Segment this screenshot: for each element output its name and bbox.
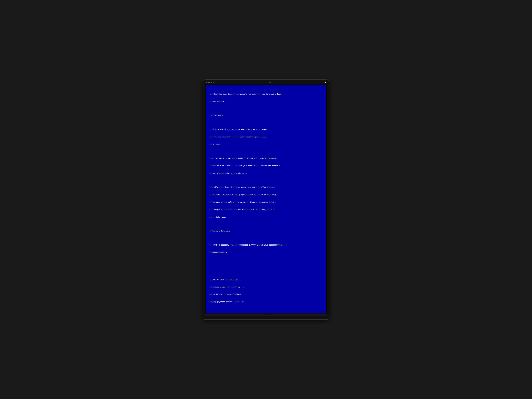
bsod-line-15: or software. Disable BIOS memory options… xyxy=(209,194,323,196)
bsod-line-28: Initializing disk for crash dump ... xyxy=(209,286,323,288)
bsod-line-1: A problem has been detected and windows … xyxy=(209,93,323,95)
bsod-screen: A problem has been detected and windows … xyxy=(206,85,326,313)
bsod-content: A problem has been detected and windows … xyxy=(209,88,323,308)
bsod-line-4: REGISTRY_ERROR xyxy=(209,114,323,117)
bsod-spacer-4 xyxy=(209,180,323,181)
bsod-line-20: Technical information: xyxy=(209,230,323,232)
screen-bezel: A problem has been detected and windows … xyxy=(205,84,327,313)
bsod-line-10: Check to make sure any new hardware or s… xyxy=(209,157,323,160)
laptop-body: NSPIRON A problem has been detected and … xyxy=(203,79,329,320)
bsod-spacer-6 xyxy=(209,237,323,239)
bsod-line-7: restart your computer. If this screen ap… xyxy=(209,136,323,138)
bsod-line-22: *** STOP: 0x00000051 (0x0000000000000001… xyxy=(209,244,323,247)
bsod-line-8: these steps: xyxy=(209,143,323,146)
power-indicator-icon xyxy=(325,82,326,83)
bsod-line-23: x0000000000000465) xyxy=(209,251,323,254)
bsod-line-27: Collecting data for crash dump ... xyxy=(209,279,323,281)
laptop-top-bar: NSPIRON xyxy=(205,82,327,83)
bsod-line-14: If problems continue, disable or remove … xyxy=(209,186,323,189)
bsod-line-2: to your computer. xyxy=(209,101,323,103)
bsod-line-17: your computer, press F8 to select Advanc… xyxy=(209,209,323,211)
bsod-spacer-2 xyxy=(209,122,323,124)
laptop-bottom-edge xyxy=(205,314,327,316)
bsod-line-30: Dumping physical memory to disk: 50 xyxy=(209,301,323,303)
bsod-spacer-7 xyxy=(209,259,323,260)
bsod-line-16: If you need to use Safe Mode to remove o… xyxy=(209,201,323,204)
laptop-hinge xyxy=(259,315,273,316)
bsod-spacer-8 xyxy=(209,265,323,267)
bsod-line-6: If this is the first time you've seen th… xyxy=(209,128,323,131)
bsod-line-12: for any Windows updates you might need. xyxy=(209,172,323,175)
bsod-spacer-3 xyxy=(209,151,323,152)
webcam xyxy=(269,82,271,83)
bsod-line-11: If this is a new installation, ask your … xyxy=(209,165,323,167)
bsod-spacer-5 xyxy=(209,223,323,225)
bsod-spacer-9 xyxy=(209,272,323,273)
bsod-spacer-1 xyxy=(209,108,323,109)
bsod-line-18: select Safe Mode. xyxy=(209,216,323,218)
bsod-line-29: Beginning dump of physical memory. xyxy=(209,293,323,296)
laptop-brand-label: NSPIRON xyxy=(206,82,215,83)
